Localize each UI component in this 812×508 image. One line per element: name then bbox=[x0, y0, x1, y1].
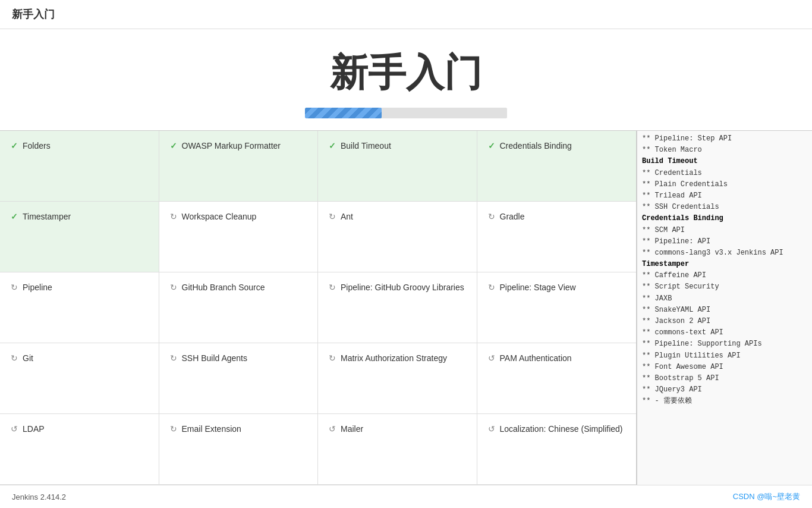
plugin-cell[interactable]: ↺LDAP bbox=[0, 414, 159, 485]
undo-icon: ↺ bbox=[488, 353, 495, 363]
dep-line: ** Jackson 2 API bbox=[642, 316, 807, 327]
dep-line: ** Pipeline: API bbox=[642, 236, 807, 247]
plugin-cell[interactable]: ↻Pipeline: GitHub Groovy Libraries bbox=[318, 272, 477, 343]
plugin-grid: ✓Folders✓OWASP Markup Formatter✓Build Ti… bbox=[0, 131, 637, 485]
undo-icon: ↺ bbox=[11, 424, 18, 434]
plugin-cell[interactable]: ↺Localization: Chinese (Simplified) bbox=[477, 414, 637, 485]
dep-line: ** Trilead API bbox=[642, 190, 807, 202]
refresh-icon: ↻ bbox=[170, 424, 177, 434]
check-icon: ✓ bbox=[329, 141, 336, 150]
check-icon: ✓ bbox=[11, 141, 18, 150]
header-title: 新手入门 bbox=[12, 8, 55, 20]
plugin-name: Workspace Cleanup bbox=[182, 211, 257, 223]
hero-title: 新手入门 bbox=[36, 47, 776, 99]
dep-line: ** SCM API bbox=[642, 225, 807, 236]
plugin-cell[interactable]: ✓Folders bbox=[0, 131, 159, 202]
dep-line: ** commons-text API bbox=[642, 327, 807, 338]
plugin-name: SSH Build Agents bbox=[182, 353, 248, 365]
plugin-name: Email Extension bbox=[182, 424, 241, 435]
dep-line: ** Plugin Utilities API bbox=[642, 350, 807, 362]
plugin-name: Pipeline: GitHub Groovy Libraries bbox=[341, 282, 464, 294]
plugin-name: Git bbox=[23, 353, 33, 365]
dep-line: ** Font Awesome API bbox=[642, 362, 807, 373]
plugin-cell[interactable]: ↻Pipeline bbox=[0, 272, 159, 343]
plugin-cell[interactable]: ↺Mailer bbox=[318, 414, 477, 485]
dep-line: ** JQuery3 API bbox=[642, 384, 807, 396]
check-icon: ✓ bbox=[11, 212, 18, 221]
undo-icon: ↺ bbox=[488, 424, 495, 434]
plugin-name: Build Timeout bbox=[341, 140, 391, 152]
plugin-cell[interactable]: ↻Email Extension bbox=[159, 414, 319, 485]
plugin-name: LDAP bbox=[23, 424, 45, 435]
plugin-cell[interactable]: ✓Build Timeout bbox=[318, 131, 477, 202]
check-icon: ✓ bbox=[488, 141, 495, 150]
dep-line: ** - 需要依赖 bbox=[642, 396, 807, 407]
plugin-cell[interactable]: ↻Git bbox=[0, 343, 159, 414]
plugin-name: PAM Authentication bbox=[500, 353, 572, 365]
dep-line: ** Token Macro bbox=[642, 145, 807, 156]
dep-line: ** Caffeine API bbox=[642, 270, 807, 281]
plugin-name: OWASP Markup Formatter bbox=[182, 140, 281, 152]
refresh-icon: ↻ bbox=[170, 212, 177, 221]
dep-line: ** Script Security bbox=[642, 281, 807, 293]
plugin-cell[interactable]: ↺PAM Authentication bbox=[477, 343, 637, 414]
dep-line: Build Timeout bbox=[642, 156, 807, 167]
check-icon: ✓ bbox=[170, 141, 177, 150]
plugin-name: Mailer bbox=[341, 424, 363, 435]
refresh-icon: ↻ bbox=[170, 353, 177, 363]
plugin-name: Pipeline bbox=[23, 282, 52, 294]
dep-line: ** Plain Credentials bbox=[642, 179, 807, 190]
refresh-icon: ↻ bbox=[488, 283, 495, 292]
plugin-cell[interactable]: ↻Matrix Authorization Strategy bbox=[318, 343, 477, 414]
dep-line: ** SSH Credentials bbox=[642, 202, 807, 213]
progress-bar-fill bbox=[305, 108, 382, 118]
plugin-name: Timestamper bbox=[23, 211, 71, 223]
dep-line: ** SnakeYAML API bbox=[642, 305, 807, 316]
dep-line: ** Pipeline: Supporting APIs bbox=[642, 338, 807, 350]
dep-line: ** Pipeline: Step API bbox=[642, 133, 807, 145]
refresh-icon: ↻ bbox=[170, 283, 177, 292]
plugin-cell[interactable]: ↻Workspace Cleanup bbox=[159, 202, 319, 272]
plugin-cell[interactable]: ↻SSH Build Agents bbox=[159, 343, 319, 414]
plugin-cell[interactable]: ↻Pipeline: Stage View bbox=[477, 272, 637, 343]
plugin-name: Localization: Chinese (Simplified) bbox=[500, 424, 623, 435]
footer-version: Jenkins 2.414.2 bbox=[12, 493, 66, 501]
plugin-cell[interactable]: ↻GitHub Branch Source bbox=[159, 272, 319, 343]
footer-branding: CSDN @嗡~壁老黄 bbox=[733, 491, 800, 502]
plugin-name: GitHub Branch Source bbox=[182, 282, 265, 294]
top-header: 新手入门 bbox=[0, 0, 812, 29]
refresh-icon: ↻ bbox=[488, 212, 495, 221]
dep-line: ** Bootstrap 5 API bbox=[642, 373, 807, 384]
content-layout: ✓Folders✓OWASP Markup Formatter✓Build Ti… bbox=[0, 130, 812, 485]
refresh-icon: ↻ bbox=[329, 353, 336, 363]
refresh-icon: ↻ bbox=[11, 283, 18, 292]
dep-line: ** JAXB bbox=[642, 293, 807, 305]
dep-panel[interactable]: ** Pipeline: Step API** Token MacroBuild… bbox=[637, 131, 812, 485]
plugin-name: Credentials Binding bbox=[500, 140, 572, 152]
plugin-cell[interactable]: ↻Ant bbox=[318, 202, 477, 272]
footer: Jenkins 2.414.2 CSDN @嗡~壁老黄 bbox=[0, 485, 812, 508]
plugin-cell[interactable]: ✓OWASP Markup Formatter bbox=[159, 131, 319, 202]
refresh-icon: ↻ bbox=[329, 212, 336, 221]
plugin-cell[interactable]: ✓Credentials Binding bbox=[477, 131, 637, 202]
plugin-name: Folders bbox=[23, 140, 51, 152]
dep-line: ** Credentials bbox=[642, 168, 807, 179]
plugin-name: Ant bbox=[341, 211, 353, 223]
dep-line: Timestamper bbox=[642, 259, 807, 270]
plugin-name: Matrix Authorization Strategy bbox=[341, 353, 447, 365]
hero-section: 新手入门 bbox=[0, 29, 812, 130]
plugin-cell[interactable]: ↻Gradle bbox=[477, 202, 637, 272]
dep-line: ** commons-lang3 v3.x Jenkins API bbox=[642, 247, 807, 259]
main-content: 新手入门 ✓Folders✓OWASP Markup Formatter✓Bui… bbox=[0, 29, 812, 485]
plugin-name: Gradle bbox=[500, 211, 525, 223]
plugin-cell[interactable]: ✓Timestamper bbox=[0, 202, 159, 272]
refresh-icon: ↻ bbox=[11, 353, 18, 363]
refresh-icon: ↻ bbox=[329, 283, 336, 292]
dep-line: Credentials Binding bbox=[642, 213, 807, 224]
progress-bar-container bbox=[305, 108, 507, 118]
plugin-name: Pipeline: Stage View bbox=[500, 282, 576, 294]
undo-icon: ↺ bbox=[329, 424, 336, 434]
